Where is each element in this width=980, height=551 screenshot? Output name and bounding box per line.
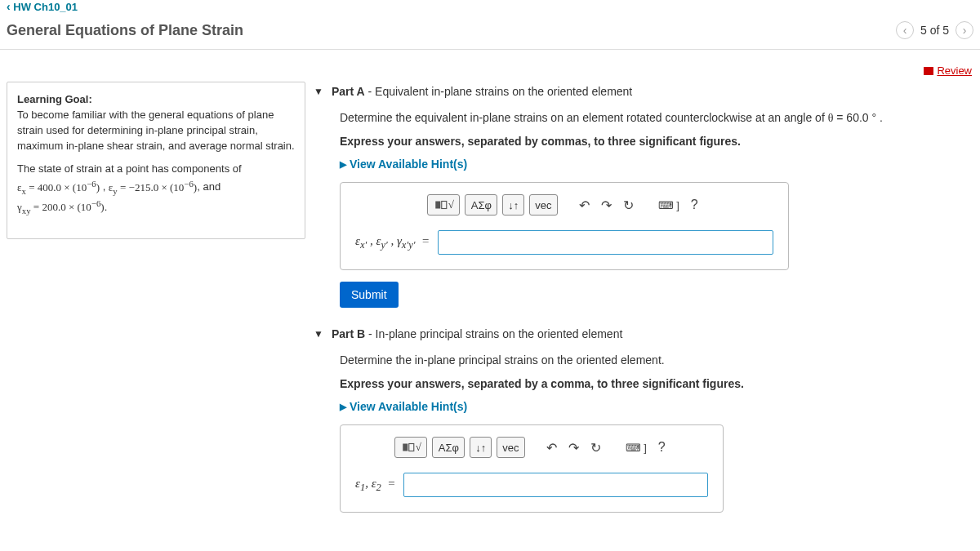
undo-button[interactable]: ↶ bbox=[576, 198, 593, 213]
pager-text: 5 of 5 bbox=[920, 24, 949, 37]
state-description: The state of strain at a point has compo… bbox=[17, 162, 295, 217]
svg-rect-0 bbox=[435, 202, 440, 209]
equation-toolbar-a: √ ΑΣφ ↓↑ vec ↶ ↷ ↻ ⌨ ] ? bbox=[355, 194, 773, 216]
greek-button[interactable]: ΑΣφ bbox=[432, 437, 465, 458]
keyboard-button[interactable]: ⌨ ] bbox=[622, 442, 650, 454]
answer-label-b: ε1, ε2 = bbox=[355, 477, 395, 494]
answer-label-a: εx′ , εy′ , γx′y′ = bbox=[355, 234, 430, 251]
triangle-right-icon: ▶ bbox=[340, 402, 346, 412]
main-content: ▼ Part A - Equivalent in-plane strains o… bbox=[314, 82, 973, 529]
subsup-button[interactable]: ↓↑ bbox=[470, 437, 492, 458]
part-b-description: Determine the in-plane principal strains… bbox=[340, 352, 969, 369]
prev-button[interactable]: ‹ bbox=[896, 21, 914, 39]
svg-rect-3 bbox=[408, 444, 413, 451]
subsup-button[interactable]: ↓↑ bbox=[502, 194, 524, 216]
help-button[interactable]: ? bbox=[655, 440, 669, 455]
back-label: HW Ch10_01 bbox=[13, 1, 78, 13]
learning-goal-text: To become familiar with the general equa… bbox=[17, 109, 295, 152]
vec-button[interactable]: vec bbox=[529, 194, 557, 216]
greek-button[interactable]: ΑΣφ bbox=[465, 194, 497, 216]
keyboard-button[interactable]: ⌨ ] bbox=[655, 199, 683, 211]
answer-box-b: √ ΑΣφ ↓↑ vec ↶ ↷ ↻ ⌨ ] ? ε1, ε2 bbox=[340, 424, 724, 513]
answer-box-a: √ ΑΣφ ↓↑ vec ↶ ↷ ↻ ⌨ ] ? εx′ , bbox=[340, 182, 789, 270]
square-icon bbox=[434, 198, 448, 212]
equation-toolbar-b: √ ΑΣφ ↓↑ vec ↶ ↷ ↻ ⌨ ] ? bbox=[355, 437, 708, 458]
collapse-icon: ▼ bbox=[314, 328, 323, 340]
answer-input-a[interactable] bbox=[438, 230, 773, 255]
triangle-right-icon: ▶ bbox=[340, 159, 346, 170]
help-button[interactable]: ? bbox=[688, 198, 702, 212]
part-a-instruction: Express your answers, separated by comma… bbox=[340, 135, 969, 148]
vec-button[interactable]: vec bbox=[497, 437, 524, 458]
part-b: ▼ Part B - In-plane principal strains on… bbox=[314, 324, 969, 513]
part-b-instruction: Express your answers, separated by a com… bbox=[340, 377, 969, 390]
part-b-header[interactable]: ▼ Part B - In-plane principal strains on… bbox=[314, 324, 969, 352]
redo-button[interactable]: ↷ bbox=[565, 440, 582, 455]
back-link[interactable]: ‹ HW Ch10_01 bbox=[7, 1, 78, 13]
pager: ‹ 5 of 5 › bbox=[896, 21, 973, 39]
next-button[interactable]: › bbox=[956, 21, 973, 39]
part-a: ▼ Part A - Equivalent in-plane strains o… bbox=[314, 82, 969, 308]
hints-toggle-a[interactable]: ▶ View Available Hint(s) bbox=[340, 158, 969, 171]
review-label: Review bbox=[937, 64, 972, 77]
collapse-icon: ▼ bbox=[314, 86, 323, 97]
part-a-header[interactable]: ▼ Part A - Equivalent in-plane strains o… bbox=[314, 82, 969, 109]
learning-goal-label: Learning Goal: bbox=[17, 93, 92, 105]
reset-button[interactable]: ↻ bbox=[620, 198, 637, 213]
hints-toggle-b[interactable]: ▶ View Available Hint(s) bbox=[340, 400, 969, 413]
chevron-left-icon: ‹ bbox=[7, 0, 11, 13]
submit-button-a[interactable]: Submit bbox=[340, 282, 399, 308]
review-link[interactable]: Review bbox=[924, 64, 972, 77]
redo-button[interactable]: ↷ bbox=[598, 198, 615, 213]
answer-input-b[interactable] bbox=[403, 473, 708, 497]
reset-button[interactable]: ↻ bbox=[587, 440, 604, 455]
sidebar: Learning Goal: To become familiar with t… bbox=[7, 82, 305, 239]
square-icon bbox=[401, 440, 416, 455]
svg-rect-2 bbox=[403, 444, 408, 451]
part-a-description: Determine the equivalent in-plane strain… bbox=[340, 109, 969, 127]
undo-button[interactable]: ↶ bbox=[543, 440, 560, 455]
page-title: General Equations of Plane Strain bbox=[7, 22, 243, 39]
flag-icon bbox=[924, 67, 933, 75]
template-button[interactable]: √ bbox=[427, 194, 460, 216]
template-button[interactable]: √ bbox=[394, 437, 427, 458]
svg-rect-1 bbox=[441, 202, 446, 209]
